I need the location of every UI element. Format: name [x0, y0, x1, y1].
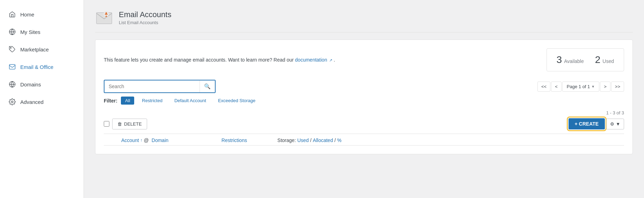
available-count: 3 — [557, 54, 562, 65]
svg-point-1 — [10, 48, 11, 49]
external-link-icon: ↗ — [329, 58, 332, 62]
gear-icon: ⚙ — [610, 121, 614, 127]
chevron-down-icon: ▼ — [591, 85, 595, 89]
page-header: Email Accounts List Email Accounts — [95, 8, 633, 33]
sidebar-item-home[interactable]: Home — [0, 6, 84, 23]
wordpress-icon — [8, 28, 16, 36]
toolbar-right: + CREATE ⚙ ▼ — [569, 118, 624, 129]
create-button[interactable]: + CREATE — [569, 118, 605, 129]
search-icon: 🔍 — [204, 83, 211, 89]
search-left: 🔍 — [104, 80, 216, 93]
pagination-page-info[interactable]: Page 1 of 1 ▼ — [562, 82, 599, 92]
svg-rect-2 — [9, 64, 15, 69]
result-count: 1 - 3 of 3 — [606, 110, 624, 115]
settings-icon — [8, 98, 16, 106]
select-all-checkbox[interactable] — [104, 121, 109, 127]
main-content: Email Accounts List Email Accounts This … — [84, 0, 644, 198]
sidebar-item-domains[interactable]: Domains — [0, 76, 84, 93]
th-restrictions[interactable]: Restrictions — [222, 137, 277, 143]
sidebar-item-label: Marketplace — [20, 47, 49, 52]
toolbar-row: 🗑 DELETE + CREATE ⚙ ▼ — [104, 118, 624, 134]
main-card: This feature lets you create and manage … — [95, 40, 633, 154]
page-header-icon — [95, 8, 113, 27]
home-icon — [8, 10, 16, 18]
mail-icon — [8, 63, 16, 71]
svg-point-8 — [106, 12, 107, 14]
search-input[interactable] — [104, 81, 200, 92]
pagination-next[interactable]: > — [600, 82, 610, 92]
filter-exceeded-storage[interactable]: Exceeded Storage — [214, 97, 260, 105]
sidebar: Home My Sites Marketplace Email & Office — [0, 0, 84, 198]
gear-dropdown-arrow: ▼ — [616, 121, 620, 127]
used-stat: 2 Used — [595, 54, 614, 65]
used-label: Used — [602, 58, 614, 64]
info-row: This feature lets you create and manage … — [104, 48, 624, 71]
filter-all[interactable]: All — [121, 97, 134, 105]
th-storage: Storage: Used / Allocated / % — [277, 137, 341, 143]
sidebar-item-advanced[interactable]: Advanced — [0, 93, 84, 111]
filter-row: Filter: All Restricted Default Account E… — [104, 97, 624, 105]
filter-default-account[interactable]: Default Account — [170, 97, 210, 105]
search-row: 🔍 << < Page 1 of 1 ▼ > >> — [104, 80, 624, 93]
documentation-link[interactable]: documentation ↗ — [295, 57, 334, 63]
sidebar-item-label: Email & Office — [20, 64, 53, 70]
trash-icon: 🗑 — [117, 121, 122, 127]
page-title: Email Accounts — [119, 10, 171, 19]
th-account[interactable]: Account ↑ @ Domain — [121, 137, 222, 143]
used-count: 2 — [595, 54, 601, 65]
info-text: This feature lets you create and manage … — [104, 56, 335, 64]
sidebar-item-label: My Sites — [20, 29, 41, 35]
page-header-text: Email Accounts List Email Accounts — [119, 10, 171, 25]
sidebar-item-label: Home — [20, 12, 34, 17]
pagination-last[interactable]: >> — [611, 82, 624, 92]
toolbar-left: 🗑 DELETE — [104, 119, 147, 129]
table-header: Account ↑ @ Domain Restrictions Storage:… — [104, 134, 624, 146]
page-subtitle: List Email Accounts — [119, 20, 171, 25]
filter-label: Filter: — [104, 98, 117, 104]
filter-restricted[interactable]: Restricted — [138, 97, 167, 105]
sidebar-item-email-office[interactable]: Email & Office — [0, 58, 84, 76]
pagination-first[interactable]: << — [537, 82, 550, 92]
search-input-wrap: 🔍 — [104, 80, 216, 93]
sort-arrow-icon: ↑ — [140, 138, 143, 143]
gear-button[interactable]: ⚙ ▼ — [606, 119, 624, 129]
sidebar-item-my-sites[interactable]: My Sites — [0, 23, 84, 41]
sidebar-item-marketplace[interactable]: Marketplace — [0, 41, 84, 58]
sidebar-item-label: Domains — [20, 82, 41, 87]
stats-box: 3 Available 2 Used — [547, 48, 624, 71]
pagination-prev[interactable]: < — [551, 82, 562, 92]
svg-point-4 — [12, 101, 13, 103]
sidebar-item-label: Advanced — [20, 99, 44, 105]
search-button[interactable]: 🔍 — [200, 80, 215, 92]
tag-icon — [8, 45, 16, 53]
available-label: Available — [564, 58, 584, 64]
available-stat: 3 Available — [557, 54, 584, 65]
delete-button[interactable]: 🗑 DELETE — [112, 119, 147, 129]
pagination: << < Page 1 of 1 ▼ > >> — [537, 82, 624, 92]
count-row: 1 - 3 of 3 — [104, 110, 624, 115]
globe-icon — [8, 80, 16, 88]
